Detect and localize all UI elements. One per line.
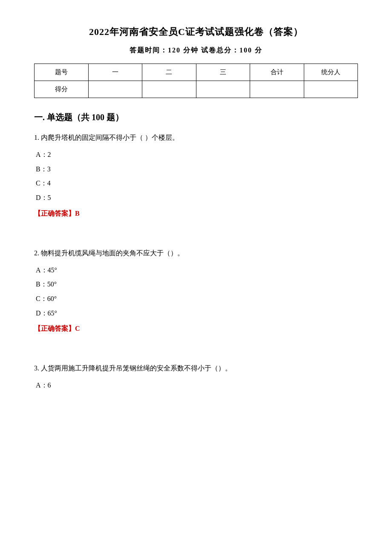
table-header-1: 一	[88, 64, 142, 81]
option-1c: C：4	[36, 178, 358, 189]
option-2b: B：50°	[36, 279, 358, 290]
question-body-3: 人货两用施工升降机提升吊笼钢丝绳的安全系数不得小于（）。	[41, 364, 232, 372]
table-score-2	[142, 81, 196, 98]
question-body-1: 内爬升塔机的固定间隔不得小于（ ）个楼层。	[41, 134, 179, 141]
table-score-1	[88, 81, 142, 98]
table-header-scorer: 统分人	[304, 64, 358, 81]
question-text-1: 1. 内爬升塔机的固定间隔不得小于（ ）个楼层。	[34, 132, 358, 143]
question-block-1: 1. 内爬升塔机的固定间隔不得小于（ ）个楼层。 A：2 B：3 C：4 D：5…	[34, 132, 358, 218]
question-body-2: 物料提升机缆风绳与地面的夹角不应大于（）。	[41, 249, 184, 257]
option-2a: A：45°	[36, 265, 358, 276]
question-text-2: 2. 物料提升机缆风绳与地面的夹角不应大于（）。	[34, 247, 358, 259]
table-score-total	[250, 81, 304, 98]
spacer-2	[34, 345, 358, 362]
option-3a: A：6	[36, 380, 358, 391]
option-1d: D：5	[36, 192, 358, 203]
option-1b: B：3	[36, 164, 358, 175]
spacer-1	[34, 230, 358, 247]
table-header-2: 二	[142, 64, 196, 81]
answer-prefix-2: 【正确答案】	[34, 325, 75, 332]
score-table: 题号 一 二 三 合计 统分人 得分	[34, 64, 358, 98]
option-2c: C：60°	[36, 293, 358, 304]
question-text-3: 3. 人货两用施工升降机提升吊笼钢丝绳的安全系数不得小于（）。	[34, 362, 358, 374]
table-header-total: 合计	[250, 64, 304, 81]
question-number-1: 1	[34, 134, 37, 141]
table-score-scorer	[304, 81, 358, 98]
table-score-3	[196, 81, 250, 98]
answer-letter-1: B	[75, 210, 80, 217]
section1-title: 一. 单选题（共 100 题）	[34, 112, 358, 123]
table-row-label: 得分	[35, 81, 89, 98]
answer-letter-2: C	[75, 325, 80, 332]
question-number-3: 3	[34, 364, 37, 372]
table-header-num: 题号	[35, 64, 89, 81]
question-block-3: 3. 人货两用施工升降机提升吊笼钢丝绳的安全系数不得小于（）。 A：6	[34, 362, 358, 391]
option-2d: D：65°	[36, 308, 358, 319]
exam-info: 答题时间：120 分钟 试卷总分：100 分	[34, 46, 358, 55]
option-1a: A：2	[36, 149, 358, 160]
answer-1: 【正确答案】B	[34, 209, 358, 218]
table-header-3: 三	[196, 64, 250, 81]
question-block-2: 2. 物料提升机缆风绳与地面的夹角不应大于（）。 A：45° B：50° C：6…	[34, 247, 358, 334]
page-title: 2022年河南省安全员C证考试试题强化卷（答案）	[34, 26, 358, 38]
question-number-2: 2	[34, 249, 37, 257]
answer-2: 【正确答案】C	[34, 324, 358, 333]
answer-prefix-1: 【正确答案】	[34, 210, 75, 217]
